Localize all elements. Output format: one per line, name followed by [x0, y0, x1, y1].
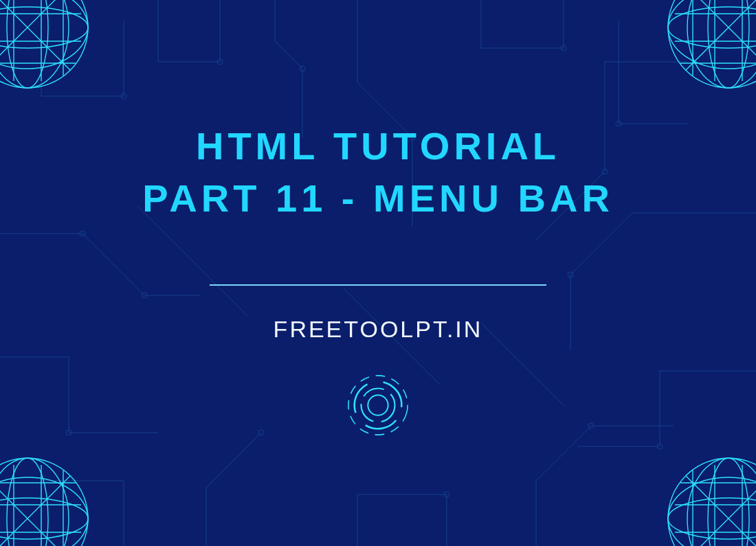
svg-point-2	[300, 66, 305, 71]
svg-point-29	[0, 458, 69, 546]
tech-ring-icon	[344, 372, 412, 442]
svg-point-19	[0, 0, 69, 88]
svg-point-24	[687, 0, 756, 88]
svg-point-13	[444, 492, 449, 497]
svg-point-26	[0, 498, 88, 539]
svg-point-35	[368, 395, 388, 415]
svg-point-30	[668, 458, 756, 546]
svg-point-27	[0, 477, 88, 546]
svg-point-15	[0, 0, 88, 88]
svg-point-31	[668, 498, 756, 539]
svg-point-18	[7, 0, 48, 88]
svg-point-0	[121, 93, 126, 99]
svg-point-36	[362, 389, 395, 422]
svg-point-23	[708, 0, 749, 88]
svg-point-4	[561, 45, 566, 51]
svg-point-25	[0, 458, 88, 546]
wireframe-sphere-icon	[0, 0, 96, 96]
site-name: FREETOOLPT.IN	[274, 316, 483, 343]
page-title: HTML TUTORIAL PART 11 - MENU BAR	[142, 120, 614, 224]
divider-line	[210, 284, 546, 286]
content-column: HTML TUTORIAL PART 11 - MENU BAR FREETOO…	[0, 120, 756, 442]
svg-point-28	[7, 458, 48, 546]
svg-point-1	[217, 59, 223, 65]
svg-point-37	[345, 372, 412, 439]
svg-point-8	[657, 444, 663, 449]
wireframe-sphere-icon	[0, 450, 96, 546]
svg-point-17	[0, 0, 88, 69]
svg-point-22	[668, 0, 756, 69]
svg-point-20	[668, 0, 756, 88]
svg-point-21	[668, 7, 756, 48]
wireframe-sphere-icon	[660, 450, 756, 546]
wireframe-sphere-icon	[660, 0, 756, 96]
svg-point-16	[0, 7, 88, 48]
svg-point-34	[687, 458, 756, 546]
svg-point-32	[668, 477, 756, 546]
svg-point-33	[708, 458, 749, 546]
